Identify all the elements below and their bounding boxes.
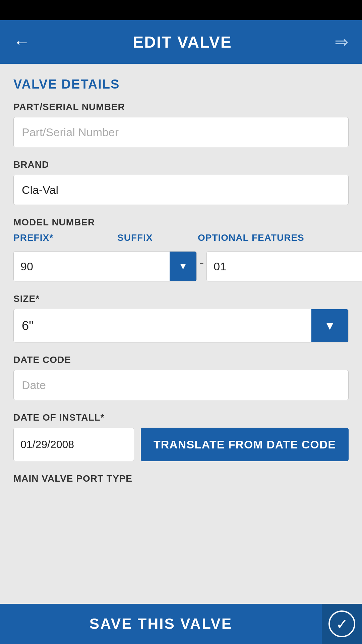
prefix-chevron-icon: ▼ xyxy=(178,261,188,272)
date-input-wrapper: 📅 xyxy=(13,428,134,461)
part-serial-group: PART/SERIAL NUMBER xyxy=(13,102,349,147)
brand-group: BRAND xyxy=(13,159,349,205)
save-check-button[interactable]: ✓ xyxy=(322,604,362,644)
size-input[interactable] xyxy=(14,309,311,342)
footer: SAVE THIS VALVE ✓ xyxy=(0,604,362,644)
prefix-dropdown-wrapper: ▼ xyxy=(13,251,197,281)
status-bar xyxy=(0,0,362,20)
back-button[interactable]: ← xyxy=(13,32,30,52)
prefix-dropdown-button[interactable]: ▼ xyxy=(170,252,196,281)
translate-from-date-code-button[interactable]: TRANSLATE FROM DATE CODE xyxy=(141,428,349,461)
date-code-input[interactable] xyxy=(13,370,349,400)
part-serial-label: PART/SERIAL NUMBER xyxy=(13,102,349,112)
model-number-group: MODEL NUMBER PREFIX* SUFFIX OPTIONAL FEA… xyxy=(13,217,349,281)
check-circle-icon: ✓ xyxy=(328,610,355,637)
model-dash: - xyxy=(197,251,206,273)
content-area: VALVE DETAILS PART/SERIAL NUMBER BRAND M… xyxy=(0,64,362,604)
brand-input[interactable] xyxy=(13,175,349,205)
save-this-valve-button[interactable]: SAVE THIS VALVE xyxy=(0,604,322,644)
section-title: VALVE DETAILS xyxy=(13,77,349,92)
size-chevron-icon: ▼ xyxy=(324,319,336,333)
checkmark-icon: ✓ xyxy=(336,615,348,633)
size-group: SIZE* ▼ xyxy=(13,293,349,342)
model-number-label: MODEL NUMBER xyxy=(13,217,349,228)
prefix-label: PREFIX* xyxy=(13,232,107,243)
date-of-install-group: DATE OF INSTALL* 📅 TRANSLATE FROM DATE C… xyxy=(13,412,349,461)
main-valve-port-label: MAIN VALVE PORT TYPE xyxy=(13,473,349,484)
suffix-label: SUFFIX xyxy=(117,232,191,243)
optional-features-label: OPTIONAL FEATURES xyxy=(198,232,349,243)
size-dropdown-button[interactable]: ▼ xyxy=(311,309,348,342)
suffix-input[interactable] xyxy=(207,252,362,281)
size-dropdown-wrapper: ▼ xyxy=(13,309,349,342)
date-code-label: DATE CODE xyxy=(13,355,349,365)
prefix-input[interactable] xyxy=(14,252,170,281)
header: ← EDIT VALVE ⇒ xyxy=(0,20,362,64)
date-install-row: 📅 TRANSLATE FROM DATE CODE xyxy=(13,428,349,461)
brand-label: BRAND xyxy=(13,159,349,170)
date-of-install-label: DATE OF INSTALL* xyxy=(13,412,349,423)
forward-button[interactable]: ⇒ xyxy=(335,32,349,52)
size-label: SIZE* xyxy=(13,293,349,304)
part-serial-input[interactable] xyxy=(13,117,349,147)
suffix-wrapper xyxy=(206,251,362,281)
page-title: EDIT VALVE xyxy=(133,33,232,51)
date-of-install-input[interactable] xyxy=(14,428,134,461)
date-code-group: DATE CODE xyxy=(13,355,349,400)
